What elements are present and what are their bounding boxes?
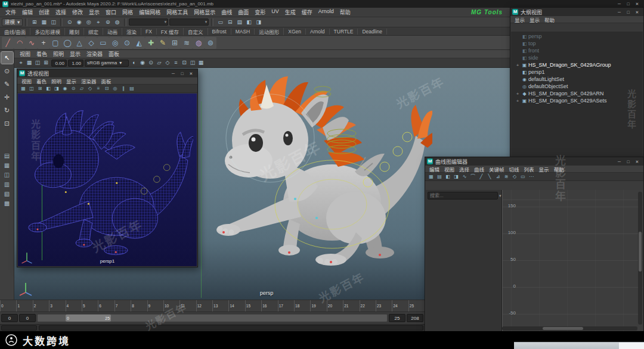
- outliner-item[interactable]: ◉ defaultLightSet: [511, 76, 643, 83]
- outliner-item[interactable]: ◧ side: [511, 54, 643, 61]
- viewport-toolbar-icon[interactable]: ◇: [163, 59, 172, 67]
- layout-preset-icon[interactable]: ▧: [2, 190, 13, 198]
- outliner-item[interactable]: ◧ persp: [511, 33, 643, 40]
- timeline-tick[interactable]: 13: [212, 300, 228, 311]
- panel-maximize-button[interactable]: □: [178, 70, 187, 77]
- tool-icon[interactable]: ✎: [1, 78, 13, 90]
- graph-editor-menu-item[interactable]: 切线: [507, 166, 522, 173]
- menu-item[interactable]: 修改: [69, 8, 86, 16]
- persp-panel-menu-item[interactable]: 照明: [49, 77, 64, 85]
- range-slider-handle[interactable]: 0 25: [66, 314, 111, 322]
- shelf-tool-icon[interactable]: ▭: [97, 37, 109, 49]
- layout-preset-icon[interactable]: ▦: [2, 161, 13, 170]
- viewport-menu-item[interactable]: 显示: [67, 50, 83, 58]
- graph-vscrollbar[interactable]: [638, 192, 642, 325]
- shelf-tab[interactable]: Deadline: [358, 29, 387, 35]
- menu-item[interactable]: 曲面: [235, 8, 252, 16]
- viewport-toolbar-icon[interactable]: ▦: [25, 59, 33, 67]
- persp-toolbar-icon[interactable]: ▦: [20, 85, 27, 92]
- timeline-tick[interactable]: 11: [179, 300, 196, 311]
- viewport-toolbar-icon[interactable]: ⌖: [17, 59, 25, 67]
- timeline-tick[interactable]: 2: [33, 300, 49, 311]
- status-icon[interactable]: ▭: [216, 18, 225, 26]
- menu-item[interactable]: 缓存: [299, 8, 315, 16]
- outliner-item[interactable]: ◎ defaultObjectSet: [511, 83, 643, 90]
- graph-toolbar-icon[interactable]: ╲: [486, 173, 493, 180]
- menu-item[interactable]: UV: [268, 8, 282, 16]
- viewport-toolbar-icon[interactable]: ◫: [188, 59, 197, 67]
- persp-toolbar-icon[interactable]: ◧: [45, 85, 52, 92]
- panel-close-button[interactable]: ✕: [633, 158, 642, 165]
- viewport-menu-item[interactable]: 渲染器: [83, 50, 106, 58]
- graph-hscrollbar[interactable]: [502, 326, 637, 331]
- shelf-tab[interactable]: Bifrost: [208, 29, 231, 35]
- persp-panel-menu-item[interactable]: 视图: [19, 77, 34, 85]
- input-field[interactable]: ▾: [129, 18, 168, 26]
- layout-preset-icon[interactable]: ◫: [2, 171, 13, 179]
- viewport-toolbar-icon[interactable]: ▦: [197, 59, 205, 67]
- persp-toolbar-icon[interactable]: ≡: [95, 85, 102, 92]
- anim-end-field[interactable]: 208: [407, 314, 423, 322]
- shelf-tab[interactable]: FX 缓存: [157, 28, 184, 35]
- input-field[interactable]: ▾: [169, 18, 209, 26]
- mgtools-plugin-label[interactable]: MG Tools: [471, 9, 503, 15]
- viewport-menu-item[interactable]: 着色: [33, 50, 50, 58]
- shelf-tool-icon[interactable]: +: [38, 37, 49, 49]
- playback-end-field[interactable]: 25: [389, 314, 405, 322]
- timeline-tick[interactable]: 7: [114, 300, 131, 311]
- menu-item[interactable]: 选择: [52, 8, 69, 16]
- menu-item[interactable]: Arnold: [315, 8, 337, 16]
- persp-toolbar-icon[interactable]: ◎: [112, 85, 119, 92]
- dragon-model[interactable]: [206, 76, 432, 273]
- outliner-item[interactable]: ◧ top: [511, 40, 643, 47]
- timeline-tick[interactable]: 22: [360, 300, 376, 311]
- tool-icon[interactable]: ✛: [1, 91, 13, 103]
- timeline-tick[interactable]: 18: [294, 300, 310, 311]
- tool-icon[interactable]: ↖: [1, 52, 13, 64]
- panel-minimize-button[interactable]: ─: [615, 9, 624, 15]
- persp-toolbar-icon[interactable]: ◫: [28, 85, 35, 92]
- gamma-field[interactable]: 1.00: [68, 60, 83, 67]
- menu-item[interactable]: 曲线: [218, 8, 235, 16]
- status-icon[interactable]: ◨: [254, 18, 263, 26]
- graph-editor-menu-item[interactable]: 列表: [522, 166, 537, 173]
- menu-item[interactable]: 编辑网格: [136, 8, 163, 16]
- graph-toolbar-icon[interactable]: ◨: [453, 173, 460, 180]
- status-icon[interactable]: ▦: [39, 18, 48, 26]
- graph-editor-menu-item[interactable]: 曲线: [472, 166, 487, 173]
- shelf-tab[interactable]: 曲线/曲面: [0, 28, 30, 35]
- timeline-tick[interactable]: 8: [131, 300, 147, 311]
- shelf-tool-icon[interactable]: ◠: [14, 37, 26, 49]
- window-minimize-button[interactable]: ─: [615, 1, 624, 7]
- command-input[interactable]: [1, 325, 37, 331]
- graph-toolbar-icon[interactable]: ▭: [519, 173, 527, 180]
- menu-item[interactable]: 网格工具: [163, 8, 191, 16]
- timeline-tick[interactable]: 14: [228, 300, 244, 311]
- tool-icon[interactable]: ⊙: [1, 65, 13, 77]
- viewport-menu-item[interactable]: 面板: [106, 50, 122, 58]
- timeline-tick[interactable]: 10: [163, 300, 179, 311]
- graph-toolbar-icon[interactable]: ≋: [503, 173, 510, 180]
- timeline-tick[interactable]: 5: [82, 300, 98, 311]
- timeline-tick[interactable]: 6: [98, 300, 114, 311]
- anim-start-field[interactable]: 0: [1, 314, 18, 322]
- timeline-tick[interactable]: 12: [196, 300, 212, 311]
- shelf-tool-icon[interactable]: △: [73, 37, 85, 49]
- menu-item[interactable]: 网格: [119, 8, 136, 16]
- menu-item[interactable]: 显示: [86, 8, 103, 16]
- exposure-field[interactable]: 0.00: [51, 60, 67, 67]
- shelf-tool-icon[interactable]: ✚: [145, 37, 157, 49]
- shelf-tab[interactable]: XGen: [284, 29, 306, 35]
- shelf-tool-icon[interactable]: ╱: [2, 37, 14, 49]
- panel-minimize-button[interactable]: ─: [169, 70, 178, 77]
- shelf-tab[interactable]: 渲染: [122, 28, 141, 35]
- viewport-menu-item[interactable]: 视图: [17, 50, 33, 58]
- shelf-tab[interactable]: MASH: [231, 29, 255, 35]
- persp-toolbar-icon[interactable]: ◉: [61, 85, 69, 92]
- playback-start-field[interactable]: 0: [19, 314, 36, 322]
- persp-toolbar-icon[interactable]: ▤: [128, 85, 135, 92]
- outliner-item[interactable]: ◧ persp1: [511, 68, 643, 76]
- outliner-menu-item[interactable]: 显示: [527, 16, 542, 23]
- layout-preset-icon[interactable]: ▥: [2, 180, 13, 189]
- graph-toolbar-icon[interactable]: ∿: [461, 173, 468, 180]
